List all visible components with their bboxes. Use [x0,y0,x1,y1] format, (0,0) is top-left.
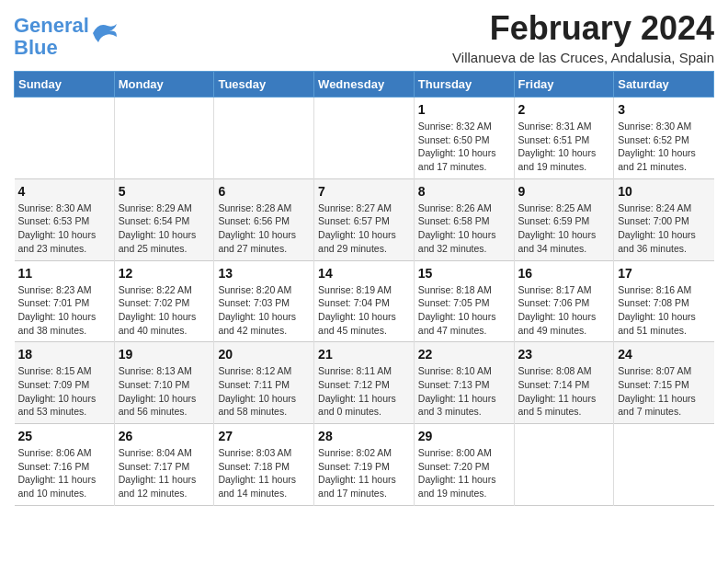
calendar-cell: 3Sunrise: 8:30 AM Sunset: 6:52 PM Daylig… [614,98,714,179]
weekday-header-row: SundayMondayTuesdayWednesdayThursdayFrid… [15,72,714,98]
calendar-cell [514,424,614,506]
day-number: 24 [618,347,710,362]
weekday-header-thursday: Thursday [414,72,514,98]
calendar-cell: 29Sunrise: 8:00 AM Sunset: 7:20 PM Dayli… [414,424,514,506]
calendar-cell: 23Sunrise: 8:08 AM Sunset: 7:14 PM Dayli… [514,342,614,424]
day-number: 8 [418,184,510,199]
weekday-header-tuesday: Tuesday [214,72,314,98]
day-number: 28 [318,429,410,443]
calendar-cell: 22Sunrise: 8:10 AM Sunset: 7:13 PM Dayli… [414,342,514,424]
day-info: Sunrise: 8:18 AM Sunset: 7:05 PM Dayligh… [418,283,510,338]
day-number: 26 [119,429,210,443]
day-number: 17 [618,266,710,281]
logo-text: General [14,15,89,37]
day-number: 1 [418,102,510,117]
calendar-cell [614,424,714,506]
calendar-cell: 21Sunrise: 8:11 AM Sunset: 7:12 PM Dayli… [314,342,415,424]
day-number: 9 [518,184,610,199]
day-info: Sunrise: 8:29 AM Sunset: 6:54 PM Dayligh… [119,201,210,256]
day-number: 15 [418,266,510,281]
logo-bird-icon [91,20,119,46]
day-info: Sunrise: 8:20 AM Sunset: 7:03 PM Dayligh… [218,283,310,338]
calendar-cell [114,98,214,179]
day-info: Sunrise: 8:30 AM Sunset: 6:53 PM Dayligh… [18,201,110,256]
day-info: Sunrise: 8:11 AM Sunset: 7:12 PM Dayligh… [318,364,410,419]
day-info: Sunrise: 8:19 AM Sunset: 7:04 PM Dayligh… [318,283,410,338]
calendar-cell: 27Sunrise: 8:03 AM Sunset: 7:18 PM Dayli… [214,424,314,506]
day-info: Sunrise: 8:10 AM Sunset: 7:13 PM Dayligh… [418,364,510,419]
calendar-cell: 1Sunrise: 8:32 AM Sunset: 6:50 PM Daylig… [414,98,514,179]
day-number: 27 [218,429,310,443]
calendar-cell: 5Sunrise: 8:29 AM Sunset: 6:54 PM Daylig… [114,178,214,260]
calendar-cell: 14Sunrise: 8:19 AM Sunset: 7:04 PM Dayli… [314,260,415,342]
calendar-cell: 2Sunrise: 8:31 AM Sunset: 6:51 PM Daylig… [514,98,614,179]
calendar-week-row: 1Sunrise: 8:32 AM Sunset: 6:50 PM Daylig… [15,98,714,179]
day-info: Sunrise: 8:25 AM Sunset: 6:59 PM Dayligh… [518,201,610,256]
calendar-cell: 13Sunrise: 8:20 AM Sunset: 7:03 PM Dayli… [214,260,314,342]
calendar-cell: 28Sunrise: 8:02 AM Sunset: 7:19 PM Dayli… [314,424,415,506]
weekday-header-sunday: Sunday [15,72,115,98]
logo: General Blue [14,15,119,59]
calendar-cell: 11Sunrise: 8:23 AM Sunset: 7:01 PM Dayli… [15,260,115,342]
day-info: Sunrise: 8:02 AM Sunset: 7:19 PM Dayligh… [318,446,410,500]
calendar-cell: 26Sunrise: 8:04 AM Sunset: 7:17 PM Dayli… [114,424,214,506]
day-info: Sunrise: 8:16 AM Sunset: 7:08 PM Dayligh… [618,283,710,338]
calendar-cell [314,98,415,179]
weekday-header-saturday: Saturday [614,72,714,98]
day-number: 18 [18,347,110,362]
calendar-cell: 24Sunrise: 8:07 AM Sunset: 7:15 PM Dayli… [614,342,714,424]
calendar-cell: 7Sunrise: 8:27 AM Sunset: 6:57 PM Daylig… [314,178,415,260]
day-number: 11 [18,266,110,281]
day-info: Sunrise: 8:28 AM Sunset: 6:56 PM Dayligh… [218,201,310,256]
day-info: Sunrise: 8:31 AM Sunset: 6:51 PM Dayligh… [518,120,610,174]
logo-general: General [14,14,89,37]
day-info: Sunrise: 8:27 AM Sunset: 6:57 PM Dayligh… [318,201,410,256]
calendar-cell: 18Sunrise: 8:15 AM Sunset: 7:09 PM Dayli… [15,342,115,424]
day-info: Sunrise: 8:15 AM Sunset: 7:09 PM Dayligh… [18,364,110,419]
day-number: 3 [618,102,710,117]
weekday-header-monday: Monday [114,72,214,98]
calendar-week-row: 18Sunrise: 8:15 AM Sunset: 7:09 PM Dayli… [15,342,714,424]
day-info: Sunrise: 8:12 AM Sunset: 7:11 PM Dayligh… [218,364,310,419]
day-info: Sunrise: 8:06 AM Sunset: 7:16 PM Dayligh… [18,446,110,500]
day-number: 5 [119,184,210,199]
main-title: February 2024 [452,9,714,48]
day-number: 13 [218,266,310,281]
day-info: Sunrise: 8:30 AM Sunset: 6:52 PM Dayligh… [618,120,710,174]
day-number: 6 [218,184,310,199]
day-number: 16 [518,266,610,281]
calendar-cell [214,98,314,179]
sub-title: Villanueva de las Cruces, Andalusia, Spa… [452,50,714,65]
calendar-week-row: 25Sunrise: 8:06 AM Sunset: 7:16 PM Dayli… [15,424,714,506]
weekday-header-wednesday: Wednesday [314,72,415,98]
day-number: 7 [318,184,410,199]
day-info: Sunrise: 8:04 AM Sunset: 7:17 PM Dayligh… [119,446,210,500]
day-number: 22 [418,347,510,362]
day-info: Sunrise: 8:26 AM Sunset: 6:58 PM Dayligh… [418,201,510,256]
day-info: Sunrise: 8:00 AM Sunset: 7:20 PM Dayligh… [418,446,510,500]
calendar-cell: 16Sunrise: 8:17 AM Sunset: 7:06 PM Dayli… [514,260,614,342]
day-number: 20 [218,347,310,362]
calendar-cell: 6Sunrise: 8:28 AM Sunset: 6:56 PM Daylig… [214,178,314,260]
day-info: Sunrise: 8:24 AM Sunset: 7:00 PM Dayligh… [618,201,710,256]
logo-blue: Blue [14,37,89,59]
calendar-week-row: 11Sunrise: 8:23 AM Sunset: 7:01 PM Dayli… [15,260,714,342]
day-number: 29 [418,429,510,443]
day-number: 12 [119,266,210,281]
day-info: Sunrise: 8:08 AM Sunset: 7:14 PM Dayligh… [518,364,610,419]
day-number: 10 [618,184,710,199]
day-number: 25 [18,429,110,443]
day-info: Sunrise: 8:32 AM Sunset: 6:50 PM Dayligh… [418,120,510,174]
calendar-cell: 20Sunrise: 8:12 AM Sunset: 7:11 PM Dayli… [214,342,314,424]
calendar-cell: 12Sunrise: 8:22 AM Sunset: 7:02 PM Dayli… [114,260,214,342]
calendar-cell: 4Sunrise: 8:30 AM Sunset: 6:53 PM Daylig… [15,178,115,260]
day-number: 4 [18,184,110,199]
calendar-cell: 8Sunrise: 8:26 AM Sunset: 6:58 PM Daylig… [414,178,514,260]
weekday-header-friday: Friday [514,72,614,98]
calendar-cell: 10Sunrise: 8:24 AM Sunset: 7:00 PM Dayli… [614,178,714,260]
calendar-cell: 17Sunrise: 8:16 AM Sunset: 7:08 PM Dayli… [614,260,714,342]
header: General Blue February 2024 Villanueva de… [14,9,714,65]
day-info: Sunrise: 8:07 AM Sunset: 7:15 PM Dayligh… [618,364,710,419]
calendar-cell [15,98,115,179]
day-info: Sunrise: 8:13 AM Sunset: 7:10 PM Dayligh… [119,364,210,419]
